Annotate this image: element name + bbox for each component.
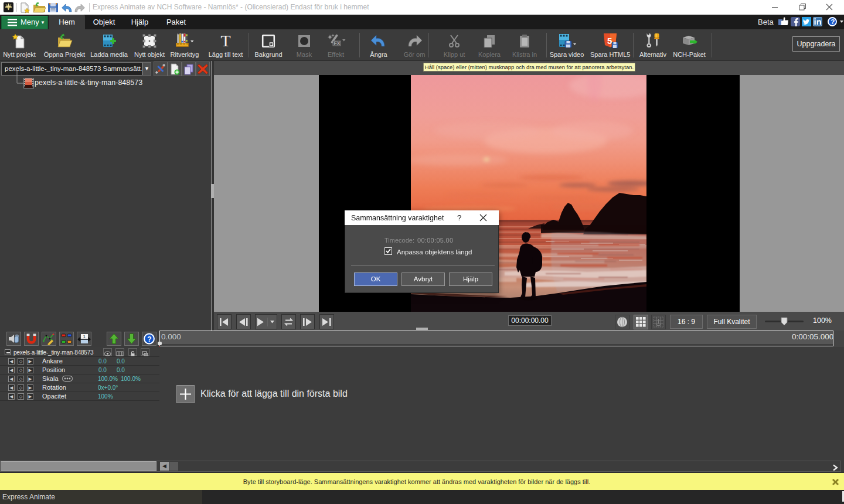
svg-text:1: 1 — [83, 334, 86, 339]
svg-text:?: ? — [147, 335, 151, 343]
svg-text:FX: FX — [334, 40, 341, 46]
svg-text:5: 5 — [607, 36, 612, 46]
svg-text:?: ? — [831, 18, 835, 25]
